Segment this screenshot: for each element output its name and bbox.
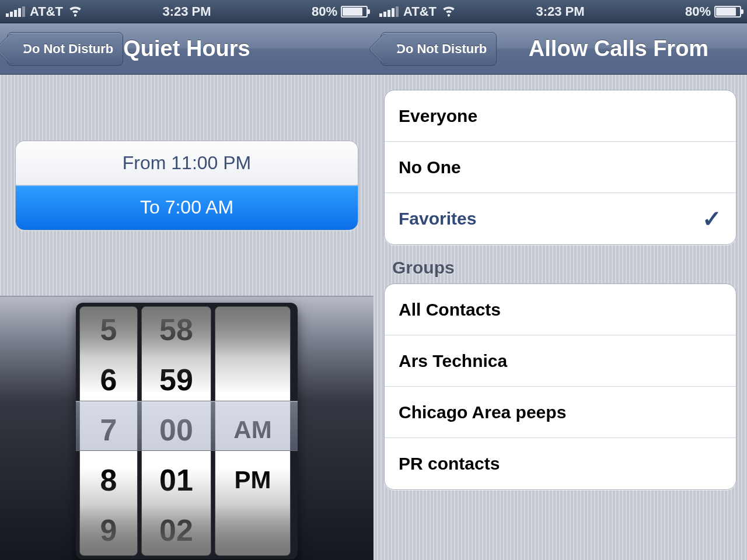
carrier-label: AT&T [30,4,63,19]
signal-icon [6,6,25,17]
battery-pct: 80% [685,4,711,19]
group-chicago-area-peeps[interactable]: Chicago Area peeps [385,387,736,438]
back-button-label: Do Not Disturb [396,41,487,57]
group-label: Ars Technica [399,351,507,371]
signal-icon [379,6,399,17]
to-row[interactable]: To 7:00 AM [16,186,358,230]
back-button[interactable]: Do Not Disturb [381,32,497,66]
ampm-option[interactable] [215,505,290,555]
wifi-icon [441,2,456,21]
minute-option[interactable]: 58 [142,306,211,355]
time-picker-area: 5 6 7 8 9 58 59 00 01 02 [0,296,374,560]
status-bar: AT&T 3:23 PM 80% [0,0,374,23]
option-favorites[interactable]: Favorites ✓ [385,193,736,244]
page-title: Allow Calls From [490,36,747,61]
group-label: Chicago Area peeps [399,402,566,422]
battery-icon [341,6,368,18]
battery-icon [714,6,741,18]
hour-option[interactable]: 5 [80,306,137,355]
status-time: 3:23 PM [500,4,621,19]
option-no-one[interactable]: No One [385,142,736,193]
option-everyone[interactable]: Everyone [385,90,736,142]
primary-options-table: Everyone No One Favorites ✓ [384,90,736,245]
ampm-option[interactable]: PM [215,455,290,505]
group-all-contacts[interactable]: All Contacts [385,284,736,335]
ampm-option[interactable]: AM [215,405,290,455]
carrier-label: AT&T [403,4,437,19]
quiet-hours-panel: From 11:00 PM To 7:00 AM [0,75,374,296]
wifi-icon [68,2,83,21]
group-ars-technica[interactable]: Ars Technica [385,335,736,387]
back-button[interactable]: Do Not Disturb [7,32,123,66]
minute-option[interactable]: 02 [142,505,211,555]
group-label: PR contacts [399,454,500,474]
time-range-group: From 11:00 PM To 7:00 AM [15,141,358,230]
nav-bar: Do Not Disturb Allow Calls From [374,23,747,75]
option-label: No One [399,158,461,177]
status-bar: AT&T 3:23 PM 80% [374,0,747,23]
to-row-label: To 7:00 AM [140,197,233,218]
option-label: Favorites [399,209,476,229]
time-picker[interactable]: 5 6 7 8 9 58 59 00 01 02 [76,303,298,559]
group-label: All Contacts [399,300,501,320]
minute-option[interactable]: 01 [142,455,211,505]
minute-wheel[interactable]: 58 59 00 01 02 [141,306,211,556]
hour-option[interactable]: 8 [80,455,137,505]
ampm-wheel[interactable]: AM PM [215,306,291,556]
minute-option[interactable]: 59 [142,355,211,405]
allow-calls-panel: Everyone No One Favorites ✓ Groups All C… [374,75,747,560]
hour-option[interactable]: 7 [80,405,137,455]
hour-option[interactable]: 9 [80,505,137,555]
back-button-label: Do Not Disturb [23,41,113,57]
from-row-label: From 11:00 PM [123,152,252,174]
hour-wheel[interactable]: 5 6 7 8 9 [79,306,138,556]
group-pr-contacts[interactable]: PR contacts [385,438,736,489]
minute-option[interactable]: 00 [142,405,211,455]
battery-pct: 80% [312,4,337,19]
checkmark-icon: ✓ [702,205,722,232]
ampm-option[interactable] [215,306,290,355]
nav-bar: Do Not Disturb Quiet Hours [0,23,374,75]
groups-table: All Contacts Ars Technica Chicago Area p… [384,284,736,490]
ampm-option[interactable] [215,355,290,405]
groups-header: Groups [392,258,728,278]
hour-option[interactable]: 6 [80,355,137,405]
option-label: Everyone [399,106,477,126]
status-time: 3:23 PM [127,4,247,19]
from-row[interactable]: From 11:00 PM [16,141,358,186]
